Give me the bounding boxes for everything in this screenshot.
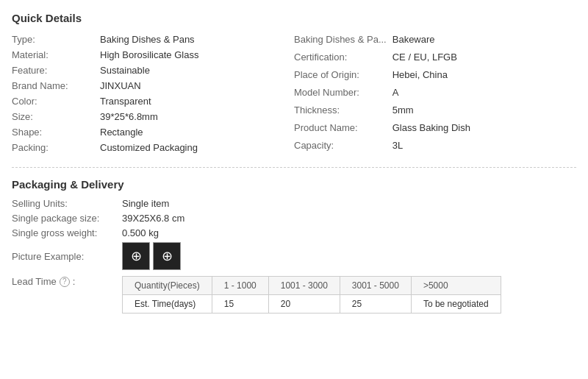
- detail-label: Shape:: [12, 124, 100, 140]
- selling-units-row: Selling Units: Single item: [12, 198, 576, 209]
- detail-label: Certification:: [294, 49, 392, 67]
- detail-row: Thickness: 5mm: [294, 102, 576, 120]
- detail-label: Baking Dishes & Pa...: [294, 32, 392, 49]
- detail-row: Capacity: 3L: [294, 138, 576, 155]
- picture-label: Picture Example:: [12, 251, 122, 262]
- package-size-row: Single package size: 39X25X6.8 cm: [12, 213, 576, 224]
- detail-value: Transparent: [100, 93, 294, 109]
- detail-value: 39*25*6.8mm: [100, 109, 294, 124]
- detail-row: Type: Baking Dishes & Pans: [12, 32, 294, 47]
- detail-row: Feature: Sustainable: [12, 63, 294, 78]
- lead-time-table: Quantity(Pieces)1 - 10001001 - 30003001 …: [122, 276, 501, 314]
- packaging-title: Packaging & Delivery: [12, 178, 576, 191]
- lead-table-cell: 20: [268, 295, 340, 314]
- selling-units-value: Single item: [122, 198, 169, 209]
- detail-value: Bakeware: [392, 32, 576, 49]
- packaging-section: Packaging & Delivery Selling Units: Sing…: [12, 178, 576, 314]
- detail-label: Type:: [12, 32, 100, 47]
- package-size-value: 39X25X6.8 cm: [122, 213, 184, 224]
- gross-weight-row: Single gross weight: 0.500 kg: [12, 227, 576, 238]
- detail-row: Brand Name: JINXUAN: [12, 78, 294, 93]
- detail-label: Place of Origin:: [294, 67, 392, 85]
- detail-row: Color: Transparent: [12, 93, 294, 109]
- gross-weight-label: Single gross weight:: [12, 227, 122, 238]
- detail-value: 3L: [392, 138, 576, 155]
- thumbnail-1[interactable]: ⊕: [122, 242, 150, 270]
- picture-thumbnails: ⊕ ⊕: [122, 242, 181, 270]
- lead-table-cell: 25: [340, 295, 411, 314]
- details-left-col: Type: Baking Dishes & Pans Material: Hig…: [12, 32, 294, 155]
- detail-value: 5mm: [392, 102, 576, 120]
- lead-table-cell: To be negotiated: [411, 295, 501, 314]
- details-grid: Type: Baking Dishes & Pans Material: Hig…: [12, 32, 576, 155]
- thumbnail-2[interactable]: ⊕: [153, 242, 181, 270]
- quick-details-section: Quick Details Type: Baking Dishes & Pans…: [12, 12, 576, 155]
- lead-table-cell: Est. Time(days): [123, 295, 212, 314]
- detail-value: High Borosilicate Glass: [100, 47, 294, 63]
- gross-weight-value: 0.500 kg: [122, 227, 159, 238]
- detail-row: Baking Dishes & Pa... Bakeware: [294, 32, 576, 49]
- package-size-label: Single package size:: [12, 213, 122, 224]
- detail-value: Customized Packaging: [100, 140, 294, 155]
- detail-label: Model Number:: [294, 85, 392, 102]
- lead-time-text: Lead Time: [12, 276, 57, 287]
- detail-row: Material: High Borosilicate Glass: [12, 47, 294, 63]
- detail-row: Packing: Customized Packaging: [12, 140, 294, 155]
- detail-value: Glass Baking Dish: [392, 120, 576, 138]
- lead-table-header: >5000: [411, 277, 501, 295]
- section-divider: [12, 167, 576, 168]
- lead-time-label: Lead Time ?:: [12, 276, 122, 287]
- details-right-col: Baking Dishes & Pa... Bakeware Certifica…: [294, 32, 576, 155]
- detail-label: Color:: [12, 93, 100, 109]
- detail-value: Baking Dishes & Pans: [100, 32, 294, 47]
- quick-details-title: Quick Details: [12, 12, 576, 24]
- picture-example-row: Picture Example: ⊕ ⊕: [12, 242, 576, 270]
- detail-label: Feature:: [12, 63, 100, 78]
- detail-value: Sustainable: [100, 63, 294, 78]
- detail-row: Certification: CE / EU, LFGB: [294, 49, 576, 67]
- detail-value: JINXUAN: [100, 78, 294, 93]
- detail-value: Rectangle: [100, 124, 294, 140]
- lead-table-cell: 15: [212, 295, 268, 314]
- lead-table-header: 3001 - 5000: [340, 277, 411, 295]
- detail-value: Hebei, China: [392, 67, 576, 85]
- detail-label: Packing:: [12, 140, 100, 155]
- detail-row: Shape: Rectangle: [12, 124, 294, 140]
- zoom-icon-2: ⊕: [162, 249, 173, 263]
- lead-time-help-icon[interactable]: ?: [60, 277, 70, 287]
- detail-label: Capacity:: [294, 138, 392, 155]
- detail-label: Thickness:: [294, 102, 392, 120]
- selling-units-label: Selling Units:: [12, 198, 122, 209]
- zoom-icon-1: ⊕: [131, 249, 142, 263]
- detail-label: Material:: [12, 47, 100, 63]
- detail-row: Model Number: A: [294, 85, 576, 102]
- lead-table-row: Est. Time(days)152025To be negotiated: [123, 295, 501, 314]
- detail-label: Product Name:: [294, 120, 392, 138]
- lead-table-header: 1 - 1000: [212, 277, 268, 295]
- detail-value: A: [392, 85, 576, 102]
- detail-row: Place of Origin: Hebei, China: [294, 67, 576, 85]
- detail-row: Size: 39*25*6.8mm: [12, 109, 294, 124]
- detail-value: CE / EU, LFGB: [392, 49, 576, 67]
- lead-time-row: Lead Time ?: Quantity(Pieces)1 - 1000100…: [12, 276, 576, 314]
- lead-table-header: Quantity(Pieces): [123, 277, 212, 295]
- detail-row: Product Name: Glass Baking Dish: [294, 120, 576, 138]
- lead-table-header: 1001 - 3000: [268, 277, 340, 295]
- detail-label: Size:: [12, 109, 100, 124]
- detail-label: Brand Name:: [12, 78, 100, 93]
